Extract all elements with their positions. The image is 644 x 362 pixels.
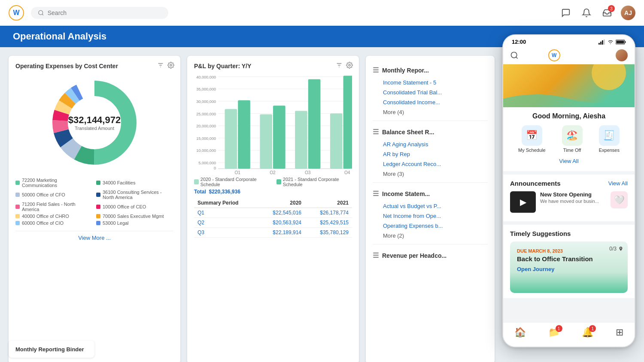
phone-logo[interactable]: W [548, 49, 560, 61]
summary-table: Summary Period 2020 2021 Q1 $22,545,016 … [194, 198, 352, 238]
bar-chart: 40,000,000 35,000,000 30,000,000 25,000,… [194, 71, 352, 174]
legend-item: 70000 Sales Executive Mgmt [96, 214, 173, 219]
report-list-item[interactable]: Ledger Account Reco... [373, 159, 488, 169]
v2020-cell[interactable]: $20,563,924 [258, 218, 305, 228]
phone-greeting-card: Good Morning, Aiesha 📅 My Schedule 🏖️ Ti… [503, 107, 635, 171]
period-cell[interactable]: Q1 [194, 208, 258, 218]
legend-item: 34000 Facilities [96, 178, 173, 188]
report-list-item[interactable]: AR Aging Analysis [373, 139, 488, 149]
user-avatar[interactable]: AJ [621, 6, 635, 20]
svg-rect-50 [598, 43, 600, 45]
total-label: Total [194, 189, 206, 195]
income-statement-title: ☰ Income Statem... [373, 190, 488, 198]
counter-value: 0/3 [609, 246, 617, 252]
report-list-item[interactable]: More (3) [373, 169, 488, 179]
donut-amount: $32,144,972 [68, 115, 121, 126]
hero-wave [503, 90, 635, 107]
action-expenses[interactable]: 🧾 Expenses [599, 125, 620, 153]
balance-sheet-title: ☰ Balance Sheet R... [373, 128, 488, 136]
search-input[interactable] [48, 9, 161, 16]
announcement-desc: We have moved our busin... [540, 199, 599, 204]
signal-icon [598, 39, 605, 45]
pnl-filter-icon[interactable] [336, 62, 343, 69]
monthly-reporting-card: ☰ Monthly Repor... Income Statement - 5C… [366, 56, 495, 362]
legend-color [15, 181, 20, 185]
legend-color [96, 205, 100, 209]
wifi-icon [607, 39, 614, 45]
phone-search-icon[interactable] [510, 51, 519, 60]
svg-rect-56 [617, 40, 624, 43]
chart-legend: 2020 - Standard Corporate Schedule 2021 … [194, 177, 352, 187]
report-list-item[interactable]: Operating Expenses b... [373, 221, 488, 231]
bottom-card-1[interactable]: Monthly Reporting Binder [9, 341, 94, 358]
nav-notifications-button[interactable]: 🔔 1 [582, 327, 593, 338]
filter-icon[interactable] [157, 62, 164, 69]
nav-grid-button[interactable]: ⊞ [616, 327, 623, 338]
income-statement-label: Income Statem... [382, 190, 430, 197]
legend-color [15, 193, 20, 197]
table-row: Q3 $22,189,914 $35,780,129 [194, 228, 352, 238]
chat-button[interactable] [559, 6, 573, 20]
phone-avatar[interactable] [616, 49, 628, 61]
svg-rect-38 [225, 109, 237, 169]
inbox-button[interactable]: 3 [600, 6, 614, 20]
open-journey-link[interactable]: Open Journey [517, 266, 621, 272]
period-cell[interactable]: Q3 [194, 228, 258, 238]
legend-item: 53000 Legal [96, 220, 173, 226]
report-list-1: Income Statement - 5Consolidated Trial B… [373, 78, 488, 117]
svg-rect-55 [625, 41, 626, 43]
legend-color [96, 214, 100, 218]
svg-rect-39 [238, 100, 250, 169]
report-icon-2: ☰ [373, 128, 379, 136]
announcements-title: Announcements [510, 180, 561, 187]
monthly-reporting-label: Monthly Repor... [382, 67, 429, 74]
notifications-button[interactable] [580, 6, 593, 20]
report-list-item[interactable]: AR by Rep [373, 149, 488, 159]
chart-total: Total $220,336,936 [194, 189, 352, 195]
nav-icons: 3 AJ [559, 6, 635, 20]
action-schedule[interactable]: 📅 My Schedule [518, 125, 546, 153]
nav-logo[interactable]: W [9, 5, 24, 21]
svg-line-1 [42, 14, 43, 15]
bottom-cards-row: Monthly Reporting Binder [9, 341, 94, 358]
pnl-card-controls [336, 62, 353, 69]
col-2021: 2021 [305, 198, 352, 208]
svg-text:10,000,000: 10,000,000 [196, 148, 216, 153]
v2021-cell[interactable]: $25,429,515 [305, 218, 352, 228]
suggestion-counter: 0/3 [609, 246, 623, 252]
report-list-item[interactable]: More (2) [373, 231, 488, 241]
svg-text:0: 0 [214, 166, 216, 170]
svg-text:20,000,000: 20,000,000 [196, 124, 216, 128]
view-more-button[interactable]: View More ... [15, 231, 173, 241]
legend-item: 10000 Office of CEO [96, 202, 173, 212]
nav-search-container [31, 7, 168, 19]
legend-color [15, 221, 20, 225]
report-list-item[interactable]: Consolidated Trial Bal... [373, 87, 488, 97]
report-list-item[interactable]: More (4) [373, 107, 488, 117]
announcements-view-all[interactable]: View All [608, 180, 628, 187]
nav-inbox-button[interactable]: 📁 1 [548, 327, 560, 338]
action-timeoff[interactable]: 🏖️ Time Off [562, 125, 583, 153]
view-all-actions[interactable]: View All [510, 156, 628, 166]
v2020-cell[interactable]: $22,189,914 [258, 228, 305, 238]
v2021-cell[interactable]: $35,780,129 [305, 228, 352, 238]
schedule-icon: 📅 [522, 125, 542, 146]
report-list-item[interactable]: Income Statement - 5 [373, 78, 488, 87]
report-list-item[interactable]: Actual vs Budget vs P... [373, 201, 488, 211]
legend-color [96, 221, 100, 225]
v2020-cell[interactable]: $22,545,016 [258, 208, 305, 218]
report-list-item[interactable]: Net Income from Ope... [373, 211, 488, 221]
pnl-settings-icon[interactable] [346, 62, 353, 69]
v2021-cell[interactable]: $26,178,774 [305, 208, 352, 218]
divider-1 [373, 121, 488, 121]
phone-hero [503, 64, 635, 107]
legend-text: 50000 Office of CFO [22, 192, 65, 197]
report-list-item[interactable]: Consolidated Income... [373, 97, 488, 107]
nav-home-button[interactable]: 🏠 [514, 327, 526, 338]
settings-icon[interactable] [167, 62, 174, 69]
announcement-thumb[interactable]: ▶ [510, 191, 536, 213]
timeoff-label: Time Off [563, 148, 581, 153]
report-icon-1: ☰ [373, 66, 379, 74]
legend-2021: 2021 - Standard Corporate Schedule [276, 177, 352, 187]
period-cell[interactable]: Q2 [194, 218, 258, 228]
